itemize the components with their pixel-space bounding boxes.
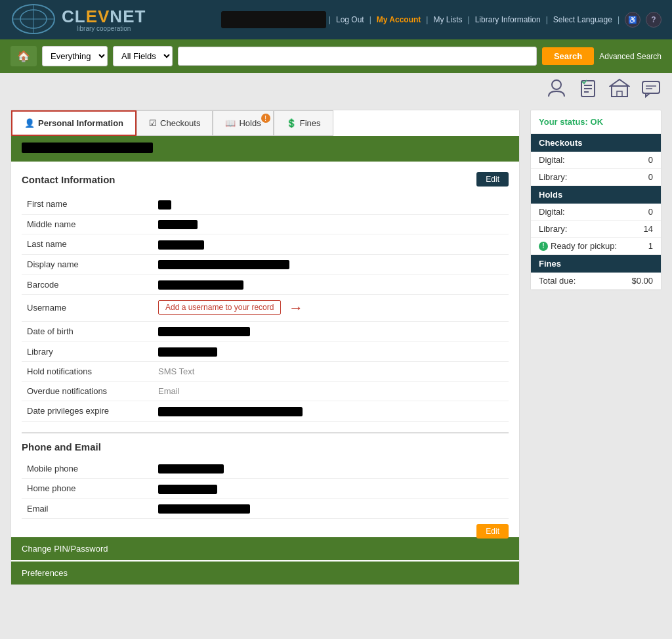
- table-row: Date of birth: [22, 321, 509, 342]
- user-name-redacted: [22, 143, 153, 153]
- field-label: Hold notifications: [22, 361, 153, 381]
- table-row: Overdue notifications Email: [22, 381, 509, 401]
- status-label: Your status:: [539, 117, 588, 127]
- help-icon[interactable]: ?: [646, 12, 662, 28]
- edit-button-top[interactable]: Edit: [476, 172, 509, 187]
- left-panel: 👤 Personal Information ☑ Checkouts 📖 Hol…: [10, 110, 520, 585]
- field-label: Date of birth: [22, 321, 153, 342]
- field-label: Last name: [22, 234, 153, 255]
- select-language-link[interactable]: Select Language: [553, 15, 612, 24]
- status-header: Your status: OK: [531, 110, 661, 134]
- advanced-search-link[interactable]: Advanced Search: [599, 52, 662, 61]
- change-pin-bar[interactable]: Change PIN/Password: [11, 537, 519, 560]
- edit-button-bottom[interactable]: Edit: [476, 524, 509, 539]
- my-account-link[interactable]: My Account: [377, 15, 421, 24]
- contact-info-section: Contact Information Edit First name Midd…: [11, 162, 519, 535]
- separator1: |: [329, 15, 331, 24]
- search-bar-section: 🏠 Everything Keyword Title Author Subjec…: [0, 39, 672, 73]
- search-type-select[interactable]: Everything Keyword Title Author Subject: [42, 46, 108, 66]
- table-row: Display name: [22, 254, 509, 275]
- search-input[interactable]: [178, 47, 537, 66]
- svg-rect-11: [617, 91, 622, 97]
- chat-icon-btn[interactable]: [640, 78, 662, 99]
- table-row: Home phone: [22, 479, 509, 499]
- logo-net: NET: [110, 7, 146, 26]
- field-label: First name: [22, 194, 153, 214]
- logout-link[interactable]: Log Out: [336, 15, 364, 24]
- top-search-bar: [221, 11, 326, 28]
- user-icon: 👤: [24, 118, 35, 128]
- library-info-link[interactable]: Library Information: [475, 15, 541, 24]
- checkouts-library-label: Library:: [539, 172, 567, 182]
- phone-email-section: Phone and Email Mobile phone Home phone …: [22, 432, 509, 519]
- table-row: Barcode: [22, 275, 509, 295]
- holds-library-value: 14: [644, 224, 653, 234]
- preferences-bar[interactable]: Preferences: [11, 562, 519, 584]
- accessibility-icon[interactable]: ♿: [625, 12, 640, 28]
- mobile-phone-redacted: [158, 464, 224, 474]
- checkouts-library-value: 0: [648, 172, 653, 182]
- tab-checkouts[interactable]: ☑ Checkouts: [136, 110, 213, 136]
- holds-library-label: Library:: [539, 224, 567, 234]
- tab-holds[interactable]: 📖 Holds !: [213, 110, 273, 136]
- book-icon: 📖: [225, 118, 236, 128]
- field-label: Middle name: [22, 214, 153, 234]
- email-redacted: [158, 504, 250, 514]
- field-label: Date privileges expire: [22, 401, 153, 421]
- expire-date-redacted: [158, 407, 303, 416]
- section-title: Contact Information: [22, 174, 116, 185]
- holds-pickup-row: ! Ready for pickup: 1: [531, 238, 661, 255]
- tab-fines[interactable]: 💲 Fines: [274, 110, 333, 136]
- account-icon-btn[interactable]: [546, 78, 567, 99]
- logo-ev: EV: [86, 7, 110, 26]
- holds-digital-row: Digital: 0: [531, 204, 661, 221]
- checkmark-icon: ☑: [149, 118, 157, 128]
- field-label: Username: [22, 294, 153, 321]
- status-box: Your status: OK Checkouts Digital: 0 Lib…: [530, 110, 662, 290]
- checkouts-digital-value: 0: [648, 155, 653, 165]
- my-lists-link[interactable]: My Lists: [433, 15, 462, 24]
- checklist-icon-btn[interactable]: [578, 78, 598, 99]
- pickup-badge-icon: !: [539, 242, 548, 251]
- table-row: Username Add a username to your record →: [22, 294, 509, 321]
- barcode-redacted: [158, 280, 243, 290]
- table-row: Mobile phone: [22, 459, 509, 479]
- table-row: Date privileges expire: [22, 401, 509, 421]
- holds-pickup-label: Ready for pickup:: [551, 241, 617, 251]
- icons-row: [0, 73, 672, 99]
- home-phone-redacted: [158, 485, 217, 494]
- phone-email-title: Phone and Email: [22, 441, 509, 452]
- contact-info-table: First name Middle name Last name Display…: [22, 194, 509, 422]
- table-row: Hold notifications SMS Text: [22, 361, 509, 381]
- search-field-select[interactable]: All Fields Title Author Subject: [113, 46, 173, 66]
- svg-marker-10: [610, 79, 629, 86]
- checkouts-section-header: Checkouts: [531, 134, 661, 152]
- main-container: 👤 Personal Information ☑ Checkouts 📖 Hol…: [0, 99, 672, 596]
- separator6: |: [618, 15, 620, 24]
- last-name-redacted: [158, 240, 204, 250]
- search-button[interactable]: Search: [542, 47, 594, 65]
- home-button[interactable]: 🏠: [10, 46, 37, 66]
- field-label: Mobile phone: [22, 459, 153, 479]
- table-row: Library: [22, 342, 509, 362]
- library-redacted: [158, 347, 217, 357]
- name-banner: [11, 136, 519, 162]
- fines-total-row: Total due: $0.00: [531, 273, 661, 290]
- top-header: CLEVNET library cooperation | Log Out | …: [0, 0, 672, 39]
- tab-personal-info[interactable]: 👤 Personal Information: [11, 110, 136, 136]
- svg-rect-12: [642, 81, 660, 93]
- building-icon-btn[interactable]: [609, 78, 630, 99]
- add-username-link[interactable]: Add a username to your record: [158, 300, 281, 315]
- nav-links: | Log Out | My Account | My Lists | Libr…: [329, 12, 662, 28]
- overdue-notifications-value: Email: [153, 381, 509, 401]
- section-divider: [22, 432, 509, 433]
- checkouts-digital-label: Digital:: [539, 155, 565, 165]
- separator4: |: [468, 15, 470, 24]
- holds-digital-value: 0: [648, 207, 653, 217]
- tabs-row: 👤 Personal Information ☑ Checkouts 📖 Hol…: [11, 110, 519, 136]
- holds-section-header: Holds: [531, 186, 661, 204]
- table-row: Middle name: [22, 214, 509, 234]
- money-icon: 💲: [286, 118, 297, 128]
- phone-email-table: Mobile phone Home phone Email: [22, 459, 509, 519]
- field-label: Overdue notifications: [22, 381, 153, 401]
